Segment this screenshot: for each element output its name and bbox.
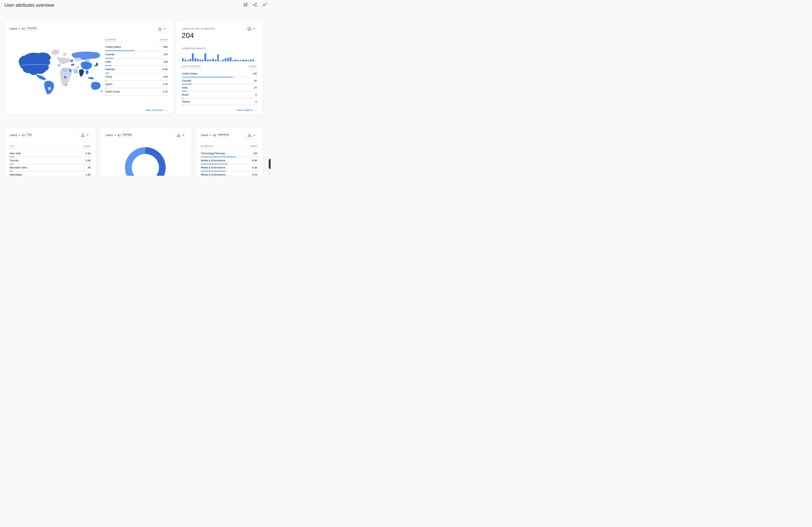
minute-bar (252, 60, 254, 61)
map-iran (75, 66, 80, 69)
data-quality-pill[interactable] (173, 132, 188, 139)
minute-bar (192, 53, 194, 61)
row-label: New York (10, 152, 21, 155)
minute-bar (237, 60, 239, 61)
column-header-users[interactable]: USERS (160, 39, 168, 42)
minute-bar (232, 60, 234, 61)
donut-hole (132, 154, 159, 176)
table-row: Mountain View 2K (10, 164, 91, 171)
row-value: 139 (252, 72, 257, 75)
table-row: Taiwan 3 (182, 98, 257, 105)
row-label: Media & Entertainme… (201, 173, 228, 176)
world-choropleth-map[interactable] (15, 48, 102, 94)
users-last-30min-label: USERS IN LAST 30 MINUTES (182, 28, 215, 30)
share-button[interactable] (252, 2, 258, 7)
column-header-interests[interactable]: INTERESTS (201, 145, 214, 148)
dimension-selector[interactable]: City (27, 133, 32, 137)
minute-bar (182, 58, 184, 61)
minute-bar (220, 61, 221, 61)
data-quality-pill[interactable] (155, 26, 169, 32)
metric-dropdown[interactable]: Users (201, 134, 212, 137)
minute-bar (230, 57, 232, 61)
edit-comparison-button[interactable] (243, 2, 248, 7)
arrow-right-icon: → (165, 108, 168, 112)
data-quality-pill[interactable] (244, 26, 259, 32)
map-nigeria (64, 76, 67, 79)
insights-button[interactable] (262, 2, 267, 7)
table-headers: TOP COUNTRIES USERS (182, 65, 257, 69)
row-value: 1.1K (162, 90, 168, 93)
table-row: Brazil 4 (182, 91, 257, 99)
minute-bar (227, 58, 229, 61)
row-label: South Korea (105, 90, 120, 93)
chevron-down-icon (210, 135, 212, 136)
table-row: Media & Entertainme… 9.9K (201, 157, 257, 164)
column-header-users[interactable]: USERS (249, 65, 257, 69)
column-header-users[interactable]: USERS (83, 145, 91, 148)
row-value: 4 (255, 93, 257, 96)
row-value: 9.1K (252, 173, 257, 176)
dimension-selector[interactable]: Country (27, 27, 37, 31)
users-by-country-card: Users by Country (4, 21, 173, 115)
row-label: Canada (182, 79, 191, 82)
users-by-interests-card: Users by Interests INTERESTS USERS Techn… (196, 127, 262, 176)
minute-bar (255, 61, 257, 61)
data-quality-pill[interactable] (244, 132, 259, 139)
minute-bar (200, 60, 201, 61)
insights-icon (262, 2, 267, 7)
minute-bar (207, 60, 209, 61)
minute-bar (245, 60, 247, 61)
row-label: Japan (105, 83, 112, 86)
row-value: 2K (87, 166, 91, 169)
column-header-top-countries[interactable]: TOP COUNTRIES (182, 65, 201, 69)
analytics-overview-page: User attributes overview (0, 0, 271, 176)
edit-comparison-icon (243, 2, 248, 7)
city-table: CITY USERS New York 3.4K Toronto 2.6K Mo… (10, 145, 91, 176)
top-countries-table: TOP COUNTRIES USERS United States 139 Ca… (182, 65, 257, 105)
map-iberia (57, 64, 61, 67)
row-label: Taiwan (182, 100, 190, 103)
warning-icon (158, 27, 162, 31)
map-saudi-arabia (73, 69, 78, 74)
table-row: United States 139 (182, 70, 257, 77)
row-label: United States (105, 45, 121, 48)
dimension-selector[interactable]: Interests (218, 133, 229, 137)
map-turkey (71, 64, 75, 66)
column-header-users[interactable]: USERS (249, 145, 257, 148)
metric-label: Users (10, 27, 17, 30)
view-countries-link[interactable]: View countries→ (146, 108, 168, 112)
metric-dropdown[interactable]: Users (105, 134, 116, 137)
preposition-label: by (22, 27, 25, 30)
minute-bar (187, 60, 189, 61)
row-label: China (105, 75, 112, 78)
minute-bar (242, 60, 244, 61)
gender-donut-chart[interactable] (125, 147, 166, 176)
view-realtime-link[interactable]: View realtime→ (236, 108, 258, 112)
chevron-down-icon (164, 28, 166, 29)
chart-baseline-ticks (182, 62, 257, 62)
table-row: China 1.8K (105, 73, 168, 81)
table-headers: CITY USERS (10, 145, 91, 148)
map-greenland (51, 49, 60, 55)
data-quality-pill[interactable] (77, 132, 92, 139)
chevron-down-icon (183, 135, 184, 136)
column-header-country[interactable]: COUNTRY (105, 39, 116, 42)
page-title: User attributes overview (4, 2, 54, 8)
table-row: Canada 13K (105, 51, 168, 59)
card-title: Users by Gender (105, 133, 132, 137)
row-label: United States (182, 72, 198, 75)
metric-dropdown[interactable]: Users (10, 27, 20, 30)
dimension-selector[interactable]: Gender (122, 133, 132, 137)
card-title: Users by City (10, 133, 32, 137)
minute-bar (189, 59, 191, 61)
users-per-minute-label: USERS PER MINUTE (182, 47, 206, 50)
table-row: South Korea 1.1K (105, 88, 168, 96)
users-last-30min-count: 204 (182, 31, 194, 40)
help-fab-button[interactable] (268, 157, 271, 176)
row-value: 9.9K (252, 159, 257, 162)
metric-dropdown[interactable]: Users (10, 134, 20, 137)
row-label: Islamabad (10, 173, 22, 176)
users-per-minute-chart[interactable] (182, 53, 257, 61)
column-header-city[interactable]: CITY (10, 145, 15, 148)
minute-bar (194, 58, 196, 61)
